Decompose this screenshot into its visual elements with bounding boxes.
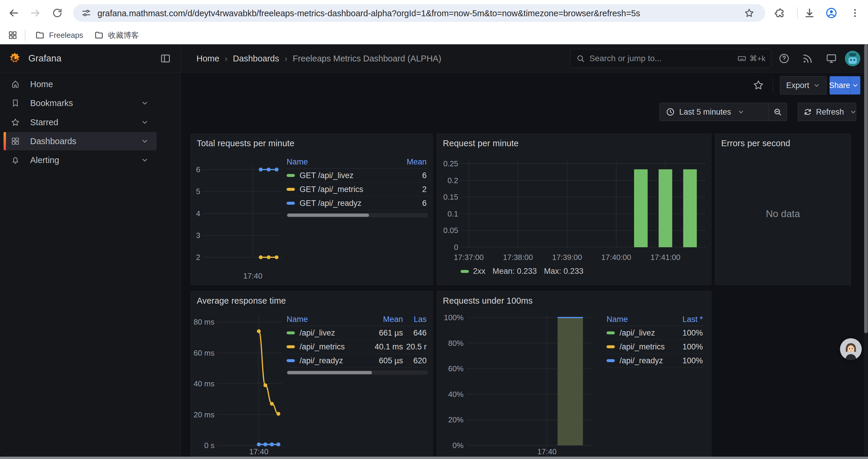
series-swatch <box>607 359 615 362</box>
chevron-down-icon[interactable] <box>141 137 149 145</box>
legend-row[interactable]: /api/_livez661 µs646 <box>286 326 428 340</box>
svg-text:17:38:00: 17:38:00 <box>503 253 533 262</box>
svg-text:6: 6 <box>196 165 200 174</box>
panel-title[interactable]: Errors per second <box>721 138 790 148</box>
svg-text:17:37:00: 17:37:00 <box>454 253 484 262</box>
legend-row[interactable]: GET /api/_metrics2 <box>286 183 428 196</box>
svg-text:3: 3 <box>196 231 200 240</box>
scrollbar-thumb[interactable] <box>864 44 868 333</box>
sidebar-item-alerting[interactable]: Alerting <box>4 151 157 169</box>
chevron-down-icon[interactable] <box>141 156 149 164</box>
apps-grid-button[interactable] <box>8 30 18 40</box>
assistant-avatar-image <box>840 338 862 360</box>
search-input[interactable] <box>589 54 737 63</box>
time-range-picker[interactable]: Last 5 minutes <box>660 107 768 117</box>
legend-scrollbar-thumb[interactable] <box>287 214 369 217</box>
legend-scrollbar[interactable] <box>286 370 428 375</box>
svg-text:60 ms: 60 ms <box>193 349 215 357</box>
floating-assistant-avatar[interactable] <box>840 338 862 360</box>
legend-column-header[interactable]: Name <box>286 315 369 324</box>
user-avatar[interactable] <box>845 51 860 66</box>
legend-row[interactable]: /api/_livez100% <box>607 326 704 340</box>
star-icon <box>744 8 754 18</box>
browser-back-button[interactable] <box>7 6 20 20</box>
browser-reload-button[interactable] <box>51 6 64 20</box>
refresh-icon <box>803 107 812 117</box>
legend-row[interactable]: /api/_readyz605 µs620 <box>286 354 428 368</box>
share-menu-button[interactable] <box>850 76 860 95</box>
series-name: /api/_metrics <box>620 342 665 352</box>
page-scrollbar[interactable] <box>864 44 868 457</box>
zoom-out-time-button[interactable] <box>769 107 787 117</box>
legend-row[interactable]: /api/_metrics40.1 ms20.5 r <box>286 340 428 354</box>
extensions-button[interactable] <box>773 6 786 20</box>
apps-grid-icon <box>8 30 18 40</box>
chevron-down-icon[interactable] <box>141 99 149 107</box>
news-button[interactable] <box>800 50 816 67</box>
help-circle-icon <box>778 53 790 64</box>
legend-table: NameMeanGET /api/_livez6GET /api/_metric… <box>286 156 428 218</box>
sidebar-item-bookmarks[interactable]: Bookmarks <box>4 94 157 112</box>
sidebar: Grafana Home Bookmarks Starred <box>0 44 181 457</box>
svg-text:0 s: 0 s <box>204 441 215 450</box>
svg-text:17:40: 17:40 <box>249 447 268 456</box>
chevron-down-icon[interactable] <box>141 118 149 126</box>
panel-title[interactable]: Total requests per minute <box>197 138 294 148</box>
legend-column-header[interactable]: Mean <box>399 157 428 167</box>
legend-scrollbar-thumb[interactable] <box>287 371 372 374</box>
legend-row[interactable]: GET /api/_livez6 <box>286 169 428 183</box>
breadcrumb-current: Freeleaps Metrics Dashboard (ALPHA) <box>293 54 441 64</box>
export-button[interactable]: Export <box>780 76 827 95</box>
refresh-interval-button[interactable] <box>849 108 857 116</box>
series-swatch <box>286 331 295 334</box>
legend-line[interactable]: 2xx Mean: 0.233 Max: 0.233 <box>461 267 584 276</box>
sidebar-item-home[interactable]: Home <box>4 75 157 93</box>
legend-row[interactable]: /api/_metrics100% <box>607 340 704 354</box>
sidebar-item-dashboards[interactable]: Dashboards <box>4 132 157 150</box>
refresh-button[interactable]: Refresh <box>798 107 849 117</box>
chevron-down-icon <box>849 108 857 116</box>
legend-column-header[interactable]: Name <box>286 157 399 167</box>
site-settings-icon[interactable] <box>81 8 92 18</box>
bookmark-star-button[interactable] <box>744 8 754 18</box>
series-mean: Mean: 0.233 <box>493 267 537 276</box>
panel-title[interactable]: Average response time <box>197 296 286 306</box>
legend-row[interactable]: /api/_readyz100% <box>607 354 704 368</box>
svg-text:40 ms: 40 ms <box>193 379 215 388</box>
sidebar-collapse-button[interactable] <box>159 53 172 64</box>
request-per-minute-chart[interactable]: 0.250.20.150.10.05017:37:0017:38:0017:39… <box>437 134 711 285</box>
legend-scrollbar[interactable] <box>286 213 428 218</box>
sidebar-item-starred[interactable]: Starred <box>4 113 157 131</box>
sidebar-item-label: Bookmarks <box>30 98 73 108</box>
legend-column-header[interactable]: Last * <box>675 315 704 324</box>
svg-text:0: 0 <box>454 243 458 252</box>
help-button[interactable] <box>776 50 793 67</box>
panel-title[interactable]: Request per minute <box>443 138 519 148</box>
bookmark-folder-freeleaps[interactable]: Freeleaps <box>31 29 88 41</box>
legend-column-header[interactable]: Mean <box>369 315 404 324</box>
legend-column-header[interactable]: Name <box>607 315 675 324</box>
svg-text:0.2: 0.2 <box>447 176 458 185</box>
browser-menu-button[interactable] <box>848 6 862 20</box>
search-box[interactable]: ⌘+k <box>570 49 771 68</box>
breadcrumb-dashboards[interactable]: Dashboards <box>233 54 279 64</box>
bookmark-folder-blogs[interactable]: 收藏博客 <box>90 29 143 41</box>
display-mode-button[interactable] <box>823 50 840 67</box>
search-icon <box>576 54 585 63</box>
panel-title[interactable]: Requests under 100ms <box>443 296 533 306</box>
zoom-out-icon <box>773 107 782 117</box>
breadcrumb-home[interactable]: Home <box>196 54 219 64</box>
rss-icon <box>802 53 814 64</box>
series-swatch <box>286 359 295 362</box>
legend-row[interactable]: GET /api/_readyz6 <box>286 196 428 210</box>
url-text[interactable]: grafana.mathmast.com/d/deytv4rwavabkb/fr… <box>97 8 640 18</box>
favorite-dashboard-button[interactable] <box>752 78 765 92</box>
svg-text:100%: 100% <box>444 313 464 322</box>
downloads-button[interactable] <box>803 6 816 20</box>
address-bar[interactable]: grafana.mathmast.com/d/deytv4rwavabkb/fr… <box>73 4 765 22</box>
legend-column-header[interactable]: Las <box>404 315 428 324</box>
share-button[interactable]: Share <box>830 76 850 95</box>
browser-profile-button[interactable] <box>825 6 838 20</box>
panel-toggle-icon <box>159 53 172 64</box>
browser-forward-button[interactable] <box>29 6 42 20</box>
